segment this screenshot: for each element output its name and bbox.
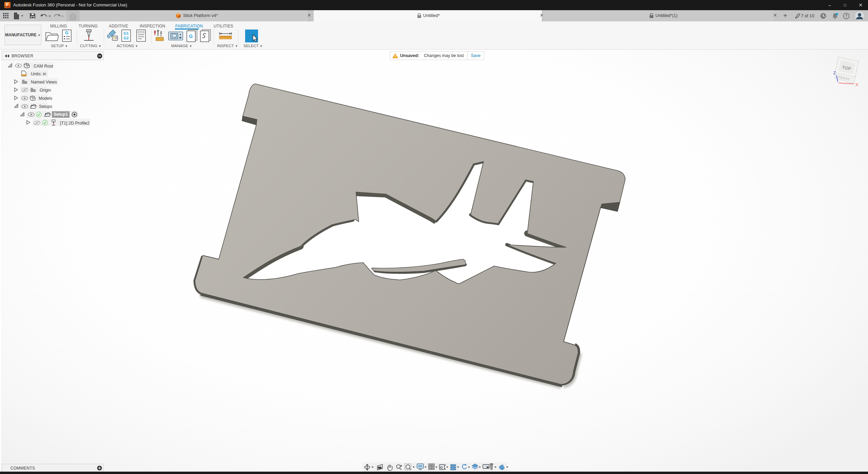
svg-text:G: G xyxy=(189,34,193,39)
svg-text:G2: G2 xyxy=(123,36,129,40)
svg-text:?: ? xyxy=(845,14,847,18)
svg-text:G: G xyxy=(65,30,68,35)
svg-text:Z: Z xyxy=(833,70,836,75)
svg-text:X: X xyxy=(855,82,858,87)
svg-text:G1: G1 xyxy=(123,31,129,35)
